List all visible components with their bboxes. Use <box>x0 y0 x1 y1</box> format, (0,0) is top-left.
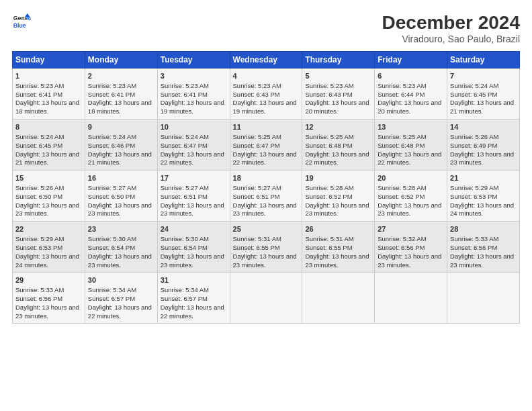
daylight-text: Daylight: 13 hours and 23 minutes. <box>161 253 227 270</box>
sunset-text: Sunset: 6:55 PM <box>233 244 300 253</box>
sunset-text: Sunset: 6:41 PM <box>161 91 227 99</box>
daylight-text: Daylight: 13 hours and 23 minutes. <box>450 253 517 270</box>
cell-w4-4: 26Sunrise: 5:31 AMSunset: 6:55 PMDayligh… <box>302 222 375 273</box>
cell-w5-3 <box>230 273 302 324</box>
cell-w1-3: 4Sunrise: 5:23 AMSunset: 6:43 PMDaylight… <box>230 68 302 120</box>
sunset-text: Sunset: 6:56 PM <box>450 244 517 253</box>
sunset-text: Sunset: 6:46 PM <box>88 142 154 150</box>
calendar-table: Sunday Monday Tuesday Wednesday Thursday… <box>12 51 520 324</box>
day-number: 2 <box>88 71 154 81</box>
daylight-text: Daylight: 13 hours and 22 minutes. <box>233 150 300 168</box>
sunrise-text: Sunrise: 5:26 AM <box>15 184 82 193</box>
day-number: 12 <box>305 122 371 132</box>
sunset-text: Sunset: 6:55 PM <box>305 244 371 253</box>
daylight-text: Daylight: 13 hours and 21 minutes. <box>88 150 154 168</box>
daylight-text: Daylight: 13 hours and 22 minutes. <box>88 304 154 321</box>
sunrise-text: Sunrise: 5:31 AM <box>305 235 371 244</box>
sunrise-text: Sunrise: 5:23 AM <box>88 82 154 91</box>
day-number: 20 <box>378 173 444 183</box>
sunset-text: Sunset: 6:47 PM <box>161 142 227 150</box>
day-number: 31 <box>161 275 227 285</box>
header-thursday: Thursday <box>302 52 375 68</box>
daylight-text: Daylight: 13 hours and 23 minutes. <box>15 304 82 321</box>
day-number: 1 <box>15 71 82 81</box>
cell-w3-2: 17Sunrise: 5:27 AMSunset: 6:51 PMDayligh… <box>157 171 230 222</box>
day-number: 15 <box>15 173 82 183</box>
cell-w2-5: 13Sunrise: 5:25 AMSunset: 6:48 PMDayligh… <box>375 120 447 171</box>
day-number: 21 <box>450 173 517 183</box>
week-row-4: 22Sunrise: 5:29 AMSunset: 6:53 PMDayligh… <box>13 222 520 273</box>
sunset-text: Sunset: 6:48 PM <box>305 142 371 150</box>
sunset-text: Sunset: 6:43 PM <box>233 91 300 99</box>
daylight-text: Daylight: 13 hours and 22 minutes. <box>161 304 227 321</box>
day-number: 27 <box>378 224 444 234</box>
sunset-text: Sunset: 6:53 PM <box>450 193 517 201</box>
day-number: 6 <box>378 71 444 81</box>
week-row-2: 8Sunrise: 5:24 AMSunset: 6:45 PMDaylight… <box>13 120 520 171</box>
header-row: Sunday Monday Tuesday Wednesday Thursday… <box>13 52 520 68</box>
cell-w1-5: 6Sunrise: 5:23 AMSunset: 6:44 PMDaylight… <box>375 68 447 120</box>
daylight-text: Daylight: 13 hours and 23 minutes. <box>15 201 82 219</box>
sunset-text: Sunset: 6:41 PM <box>88 91 154 99</box>
sunset-text: Sunset: 6:48 PM <box>378 142 444 150</box>
sunrise-text: Sunrise: 5:24 AM <box>450 82 517 91</box>
sunset-text: Sunset: 6:53 PM <box>15 244 82 253</box>
cell-w4-5: 27Sunrise: 5:32 AMSunset: 6:56 PMDayligh… <box>375 222 447 273</box>
cell-w4-2: 24Sunrise: 5:30 AMSunset: 6:54 PMDayligh… <box>157 222 230 273</box>
cell-w4-0: 22Sunrise: 5:29 AMSunset: 6:53 PMDayligh… <box>13 222 85 273</box>
main-title: December 2024 <box>382 12 520 34</box>
cell-w2-2: 10Sunrise: 5:24 AMSunset: 6:47 PMDayligh… <box>157 120 230 171</box>
sunset-text: Sunset: 6:57 PM <box>88 295 154 304</box>
daylight-text: Daylight: 13 hours and 23 minutes. <box>233 253 300 270</box>
header-saturday: Saturday <box>447 52 520 68</box>
daylight-text: Daylight: 13 hours and 22 minutes. <box>305 150 371 168</box>
day-number: 24 <box>161 224 227 234</box>
day-number: 29 <box>15 275 82 285</box>
daylight-text: Daylight: 13 hours and 22 minutes. <box>161 150 227 168</box>
sunset-text: Sunset: 6:56 PM <box>15 295 82 304</box>
cell-w4-3: 25Sunrise: 5:31 AMSunset: 6:55 PMDayligh… <box>230 222 302 273</box>
sunrise-text: Sunrise: 5:23 AM <box>161 82 227 91</box>
sunset-text: Sunset: 6:56 PM <box>378 244 444 253</box>
sunrise-text: Sunrise: 5:25 AM <box>305 133 371 142</box>
daylight-text: Daylight: 13 hours and 23 minutes. <box>378 201 444 219</box>
logo: General Blue <box>12 12 31 31</box>
day-number: 16 <box>88 173 154 183</box>
sunrise-text: Sunrise: 5:23 AM <box>233 82 300 91</box>
cell-w2-1: 9Sunrise: 5:24 AMSunset: 6:46 PMDaylight… <box>85 120 157 171</box>
sunrise-text: Sunrise: 5:27 AM <box>233 184 300 193</box>
sunrise-text: Sunrise: 5:30 AM <box>161 235 227 244</box>
day-number: 18 <box>233 173 300 183</box>
sunrise-text: Sunrise: 5:27 AM <box>161 184 227 193</box>
sunset-text: Sunset: 6:54 PM <box>88 244 154 253</box>
sunset-text: Sunset: 6:52 PM <box>378 193 444 201</box>
daylight-text: Daylight: 13 hours and 19 minutes. <box>233 99 300 116</box>
day-number: 19 <box>305 173 371 183</box>
cell-w1-1: 2Sunrise: 5:23 AMSunset: 6:41 PMDaylight… <box>85 68 157 120</box>
title-section: December 2024 Viradouro, Sao Paulo, Braz… <box>382 12 520 44</box>
daylight-text: Daylight: 13 hours and 23 minutes. <box>378 253 444 270</box>
sunrise-text: Sunrise: 5:30 AM <box>88 235 154 244</box>
day-number: 17 <box>161 173 227 183</box>
cell-w5-6 <box>447 273 520 324</box>
daylight-text: Daylight: 13 hours and 23 minutes. <box>88 201 154 219</box>
daylight-text: Daylight: 13 hours and 23 minutes. <box>233 201 300 219</box>
sunrise-text: Sunrise: 5:28 AM <box>305 184 371 193</box>
day-number: 30 <box>88 275 154 285</box>
sunset-text: Sunset: 6:52 PM <box>305 193 371 201</box>
cell-w3-1: 16Sunrise: 5:27 AMSunset: 6:50 PMDayligh… <box>85 171 157 222</box>
cell-w5-4 <box>302 273 375 324</box>
daylight-text: Daylight: 13 hours and 23 minutes. <box>450 150 517 168</box>
day-number: 22 <box>15 224 82 234</box>
sunrise-text: Sunrise: 5:33 AM <box>15 286 82 295</box>
logo-icon: General Blue <box>12 12 31 31</box>
day-number: 28 <box>450 224 517 234</box>
cell-w4-1: 23Sunrise: 5:30 AMSunset: 6:54 PMDayligh… <box>85 222 157 273</box>
cell-w1-2: 3Sunrise: 5:23 AMSunset: 6:41 PMDaylight… <box>157 68 230 120</box>
day-number: 13 <box>378 122 444 132</box>
sunrise-text: Sunrise: 5:26 AM <box>450 133 517 142</box>
week-row-5: 29Sunrise: 5:33 AMSunset: 6:56 PMDayligh… <box>13 273 520 324</box>
sunrise-text: Sunrise: 5:23 AM <box>378 82 444 91</box>
sunrise-text: Sunrise: 5:29 AM <box>15 235 82 244</box>
cell-w2-4: 12Sunrise: 5:25 AMSunset: 6:48 PMDayligh… <box>302 120 375 171</box>
